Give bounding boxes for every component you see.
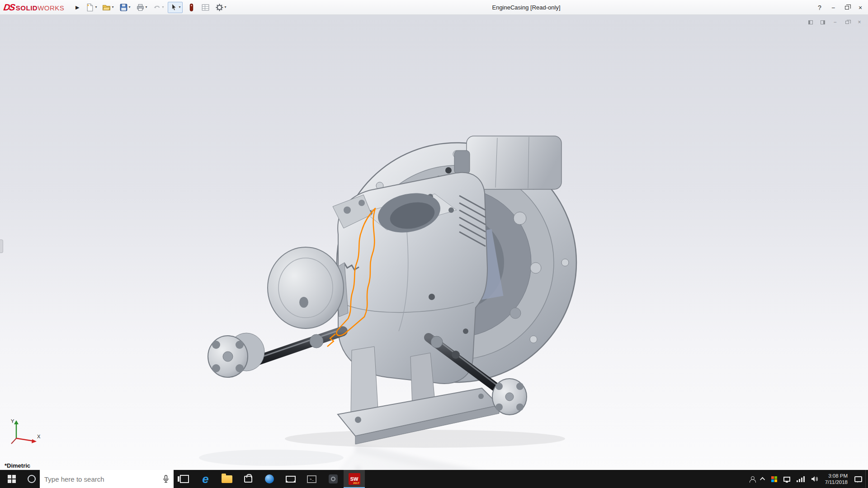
show-desktop-button[interactable] (865, 470, 868, 488)
display-icon (783, 477, 790, 482)
help-button[interactable]: ? (813, 2, 826, 14)
undo-button[interactable]: ▾ (151, 2, 166, 13)
tray-date: 7/11/2018 (825, 479, 848, 485)
cortana-icon (28, 475, 36, 483)
volume-button[interactable] (808, 470, 821, 488)
clock[interactable]: 3:08 PM 7/11/2018 (821, 470, 851, 488)
open-button[interactable]: ▾ (100, 2, 115, 13)
print-icon (136, 3, 145, 12)
taskbar-apps: e >_ SW 2017 (174, 470, 365, 488)
file-explorer-icon (222, 475, 232, 483)
security-icon (771, 476, 777, 482)
document-title: EngineCasing [Read-only] (492, 0, 560, 15)
select-tool-button[interactable]: ▾ (168, 2, 183, 13)
notification-icon (854, 476, 862, 482)
solidworks-icon-label: SW (350, 476, 359, 482)
dropdown-caret-icon: ▾ (129, 5, 131, 9)
app-icon (329, 474, 338, 483)
display-button[interactable] (780, 470, 793, 488)
graphics-area[interactable]: − × Y X *Dimetric (0, 15, 868, 470)
people-button[interactable] (746, 470, 758, 488)
view-orientation-label: *Dimetric (5, 462, 30, 469)
options-button[interactable]: ▾ (213, 2, 228, 13)
taskbar-search[interactable] (40, 470, 174, 488)
resources-icon (187, 3, 196, 12)
action-center-button[interactable] (851, 470, 865, 488)
engine-casing-model[interactable] (0, 15, 868, 470)
search-input[interactable] (44, 475, 159, 483)
volume-icon (811, 476, 818, 482)
mail-button[interactable] (280, 470, 301, 488)
tray-time: 3:08 PM (828, 473, 848, 479)
pane-right-icon (821, 20, 825, 24)
mail-icon (286, 476, 296, 483)
solidworks-logo: DS SOLID WORKS (0, 2, 75, 13)
ground-shadow (285, 430, 565, 448)
network-icon (797, 476, 805, 482)
menu-expand-arrow-icon[interactable]: ▶ (75, 5, 79, 10)
save-button[interactable]: ▾ (118, 2, 132, 13)
ds-logo-icon: DS (3, 2, 15, 13)
terminal-button[interactable]: >_ (301, 470, 322, 488)
chevron-up-icon (760, 477, 765, 482)
dropdown-caret-icon: ▾ (162, 5, 164, 9)
doc-restore-icon (845, 21, 849, 24)
evaluate-sheet-button[interactable] (199, 2, 212, 13)
new-document-icon (85, 3, 94, 12)
solidworks-icon: SW 2017 (349, 473, 360, 485)
store-button[interactable] (237, 470, 259, 488)
restore-icon (845, 6, 849, 9)
feature-panel-collapse-tab[interactable] (0, 239, 3, 253)
browser-icon (265, 474, 274, 483)
brand-works: WORKS (38, 4, 64, 12)
security-button[interactable] (768, 470, 780, 488)
dropdown-caret-icon: ▾ (179, 5, 181, 9)
close-button[interactable]: × (854, 2, 867, 14)
model-geometry[interactable] (208, 136, 576, 444)
doc-minimize-button[interactable]: − (831, 19, 839, 26)
undo-icon (153, 3, 161, 12)
dropdown-caret-icon: ▾ (225, 5, 226, 9)
solidworks-taskbar-button[interactable]: SW 2017 (344, 470, 365, 488)
store-icon (244, 476, 252, 483)
doc-close-button[interactable]: × (855, 19, 863, 26)
system-tray: 3:08 PM 7/11/2018 (746, 470, 868, 488)
document-window-controls: − × (807, 19, 863, 26)
pane-left-icon (808, 20, 813, 24)
titlebar: DS SOLID WORKS ▶ ▾ ▾ ▾ (0, 0, 868, 15)
task-view-icon (180, 475, 189, 483)
sheet-icon (201, 3, 210, 12)
save-icon (119, 3, 128, 12)
task-view-button[interactable] (174, 470, 195, 488)
solidworks-resources-button[interactable] (185, 2, 198, 13)
print-button[interactable]: ▾ (134, 2, 149, 13)
minimize-button[interactable]: − (826, 2, 840, 14)
edge-button[interactable]: e (195, 470, 216, 488)
network-button[interactable] (793, 470, 808, 488)
doc-tile-button[interactable] (807, 19, 815, 26)
triad-x-label: X (37, 434, 41, 439)
restore-button[interactable] (840, 2, 854, 14)
microphone-icon[interactable] (163, 475, 169, 483)
cortana-button[interactable] (24, 470, 40, 488)
people-icon (750, 476, 755, 482)
hidden-icons-button[interactable] (758, 470, 768, 488)
browser-button[interactable] (259, 470, 280, 488)
dropdown-caret-icon: ▾ (146, 5, 147, 9)
select-cursor-icon (170, 3, 178, 12)
triad-y-label: Y (11, 418, 14, 424)
orientation-triad[interactable]: Y X (10, 418, 42, 446)
new-document-button[interactable]: ▾ (84, 2, 99, 13)
brand-solid: SOLID (16, 4, 38, 12)
file-explorer-button[interactable] (216, 470, 237, 488)
gear-icon (215, 3, 224, 12)
doc-restore-button[interactable] (843, 19, 851, 26)
app-button[interactable] (322, 470, 344, 488)
taskbar: e >_ SW 2017 (0, 470, 868, 488)
windows-logo-icon (8, 475, 16, 483)
doc-popout-button[interactable] (819, 19, 827, 26)
edge-icon: e (202, 473, 208, 485)
terminal-icon: >_ (307, 475, 316, 483)
reflection-smudge (199, 450, 344, 466)
start-button[interactable] (0, 470, 24, 488)
